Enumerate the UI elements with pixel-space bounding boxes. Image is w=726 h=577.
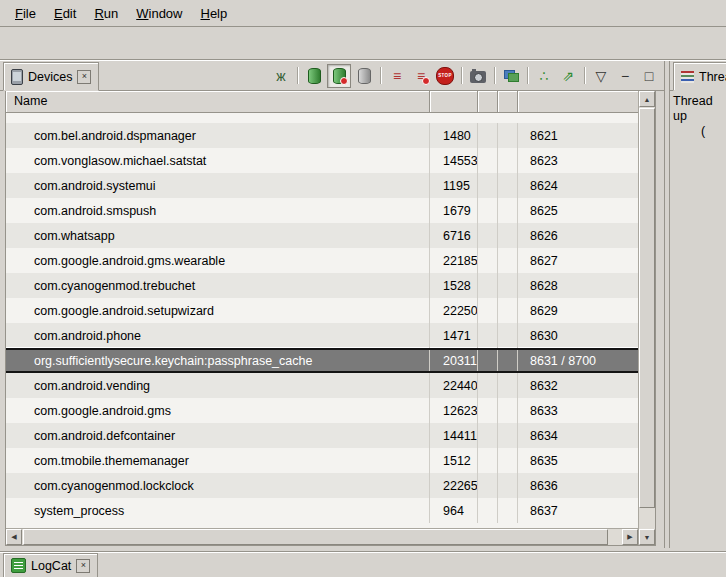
cell-debug-a: [478, 123, 498, 148]
cell-debug-a: [478, 448, 498, 473]
table-row[interactable]: com.android.systemui 1195 8624: [6, 173, 638, 198]
cell-debug-b: [498, 498, 518, 523]
cell-debug-b: [498, 323, 518, 348]
menu-edit[interactable]: Edit: [45, 3, 85, 24]
cell-port: 8631 / 8700: [518, 350, 638, 371]
table-row[interactable]: com.android.smspush 1679 8625: [6, 198, 638, 223]
cell-port: 8627: [518, 248, 638, 273]
cell-pid: 20311: [430, 350, 478, 371]
table-row[interactable]: com.android.defcontainer 14411 8634: [6, 423, 638, 448]
table-row[interactable]: com.whatsapp 6716 8626: [6, 223, 638, 248]
cell-pid: 22440: [430, 373, 478, 398]
cell-debug-a: [478, 323, 498, 348]
toolbar-separator: [297, 67, 298, 84]
cell-port: 8630: [518, 323, 638, 348]
maximize-view-icon[interactable]: □: [638, 65, 660, 87]
view-menu-icon[interactable]: ▽: [590, 65, 612, 87]
close-icon[interactable]: ×: [77, 70, 91, 84]
table-row[interactable]: org.sufficientlysecure.keychain:passphra…: [6, 348, 638, 373]
horizontal-scroll-thumb[interactable]: [23, 529, 608, 545]
toolbar-separator: [380, 67, 381, 84]
menu-file[interactable]: File: [6, 3, 45, 24]
table-row[interactable]: com.tmobile.thememanager 1512 8635: [6, 448, 638, 473]
cell-debug-b: [498, 398, 518, 423]
table-row[interactable]: com.cyanogenmod.lockclock 22265 8636: [6, 473, 638, 498]
devices-tab-row: Devices × ж ≡ ≡ ∴ ⇗ ▽ −: [0, 61, 664, 91]
cell-port: 8633: [518, 398, 638, 423]
scroll-right-button[interactable]: [622, 529, 638, 545]
cell-debug-b: [498, 248, 518, 273]
cell-name: com.bel.android.dspmanager: [6, 123, 430, 148]
update-threads-icon[interactable]: ≡: [386, 65, 408, 87]
cell-debug-a: [478, 198, 498, 223]
cause-gc-icon[interactable]: [353, 65, 375, 87]
table-row[interactable]: com.google.android.setupwizard 22250 862…: [6, 298, 638, 323]
table-row[interactable]: com.cyanogenmod.trebuchet 1528 8628: [6, 273, 638, 298]
icon-glyph: ∴: [540, 69, 549, 83]
screen-capture-icon[interactable]: [467, 65, 489, 87]
main-toolbar: [0, 27, 726, 60]
table-row[interactable]: com.google.android.gms.wearable 22185 86…: [6, 248, 638, 273]
table-row[interactable]: com.android.phone 1471 8630: [6, 323, 638, 348]
cell-pid: 14553: [430, 148, 478, 173]
column-header-name[interactable]: Name: [6, 91, 430, 112]
table-row[interactable]: com.google.android.gms 12623 8633: [6, 398, 638, 423]
menu-run[interactable]: Run: [85, 3, 127, 24]
icon-glyph: ≡: [393, 69, 401, 83]
table-row[interactable]: system_process 964 8637: [6, 498, 638, 523]
cell-debug-a: [478, 273, 498, 298]
cell-debug-a: [478, 223, 498, 248]
cell-debug-a: [478, 148, 498, 173]
dump-hprof-icon[interactable]: [327, 64, 351, 88]
table-row[interactable]: com.vonglasow.michael.satstat 14553 8623: [6, 148, 638, 173]
cell-pid: 1480: [430, 123, 478, 148]
column-header-blank[interactable]: [430, 91, 478, 112]
tab-threads[interactable]: Threads: [673, 62, 726, 91]
partial-row: [6, 113, 638, 123]
hierarchy-view-icon[interactable]: ∴: [533, 65, 555, 87]
stop-process-icon[interactable]: [434, 65, 456, 87]
devices-panel: Devices × ж ≡ ≡ ∴ ⇗ ▽ −: [0, 61, 665, 548]
cell-debug-b: [498, 273, 518, 298]
cell-pid: 22250: [430, 298, 478, 323]
cell-debug-a: [478, 473, 498, 498]
vertical-scroll-thumb[interactable]: [639, 108, 655, 508]
close-icon[interactable]: ×: [76, 559, 90, 573]
threads-tab-row: Threads: [670, 61, 726, 91]
cell-pid: 1471: [430, 323, 478, 348]
cell-debug-b: [498, 123, 518, 148]
app-window: FileEditRunWindowHelp Devices × ж ≡ ≡: [0, 0, 726, 577]
start-method-profiling-icon[interactable]: ≡: [410, 65, 432, 87]
cell-name: com.vonglasow.michael.satstat: [6, 148, 430, 173]
table-row[interactable]: com.android.vending 22440 8632: [6, 373, 638, 398]
cell-pid: 964: [430, 498, 478, 523]
tab-devices[interactable]: Devices ×: [3, 62, 99, 91]
toolbar-separator: [584, 67, 585, 84]
icon-glyph: −: [621, 69, 629, 83]
debug-process-icon[interactable]: ж: [270, 65, 292, 87]
column-header-blank[interactable]: [478, 91, 498, 112]
menu-help[interactable]: Help: [191, 3, 236, 24]
cell-debug-b: [498, 148, 518, 173]
scroll-down-button[interactable]: [639, 529, 655, 545]
column-header-blank[interactable]: [498, 91, 518, 112]
logcat-bar: LogCat ×: [0, 551, 726, 577]
cell-name: com.android.defcontainer: [6, 423, 430, 448]
cell-debug-b: [498, 298, 518, 323]
scroll-left-button[interactable]: [6, 529, 22, 545]
toolbar-separator: [494, 67, 495, 84]
screenshot-gallery-icon[interactable]: [500, 65, 522, 87]
minimize-view-icon[interactable]: −: [614, 65, 636, 87]
icon-art: [470, 71, 486, 83]
pixel-perfect-icon[interactable]: ⇗: [557, 65, 579, 87]
tab-logcat[interactable]: LogCat ×: [3, 553, 98, 577]
cell-name: com.whatsapp: [6, 223, 430, 248]
table-row[interactable]: com.bel.android.dspmanager 1480 8621: [6, 123, 638, 148]
update-heap-icon[interactable]: [303, 65, 325, 87]
cell-pid: 22265: [430, 473, 478, 498]
menu-window[interactable]: Window: [127, 3, 191, 24]
icon-art: [358, 68, 371, 84]
cell-debug-a: [478, 498, 498, 523]
column-header-blank[interactable]: [518, 91, 638, 112]
scroll-up-button[interactable]: [639, 91, 655, 107]
